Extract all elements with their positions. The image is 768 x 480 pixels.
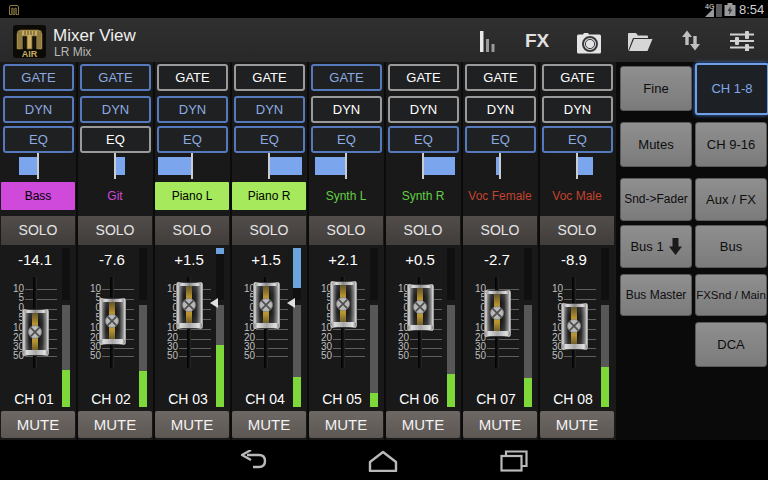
svg-text:AIR: AIR xyxy=(22,49,38,59)
